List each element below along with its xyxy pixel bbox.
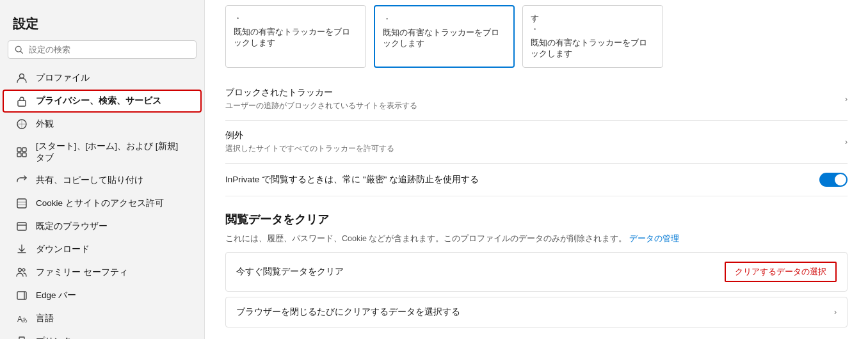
- printer-icon: [15, 335, 28, 339]
- browser-close-chevron-icon: ›: [834, 308, 837, 317]
- clear-data-button[interactable]: クリアするデータの選択: [725, 262, 837, 282]
- sidebar-item-browser[interactable]: 既定のブラウザー: [3, 215, 202, 238]
- sidebar-item-printer[interactable]: プリンター: [3, 330, 202, 339]
- sidebar-item-cookie[interactable]: Cookie とサイトのアクセス許可: [3, 192, 202, 215]
- svg-text:あ: あ: [22, 317, 28, 323]
- svg-point-15: [22, 269, 25, 271]
- svg-rect-12: [17, 223, 26, 230]
- blocked-trackers-row[interactable]: ブロックされたトラッカー ユーザーの追跡がブロックされているサイトを表示する ›: [225, 78, 848, 121]
- sidebar-label-edgebar: Edge バー: [36, 290, 76, 301]
- tracker-card-bullet-0: ・: [234, 13, 358, 24]
- lock-icon: [15, 95, 28, 107]
- blocked-trackers-desc: ユーザーの追跡がブロックされているサイトを表示する: [225, 100, 417, 111]
- exceptions-desc: 選択したサイトですべてのトラッカーを許可する: [225, 143, 394, 154]
- tracker-card-text-2a: す: [531, 13, 655, 24]
- sidebar-label-family: ファミリー セーフティ: [36, 267, 128, 278]
- sidebar-label-browser: 既定のブラウザー: [36, 221, 108, 232]
- svg-line-1: [20, 51, 22, 53]
- exceptions-content: 例外 選択したサイトですべてのトラッカーを許可する: [225, 130, 394, 154]
- sidebar: 設定 プロファイル プライバシー、検索、サービス 外観 [スタート]、[ホーム]…: [0, 0, 205, 339]
- exceptions-row[interactable]: 例外 選択したサイトですべてのトラッカーを許可する ›: [225, 121, 848, 164]
- tracker-cards: ・ 既知の有害なトラッカーをブロックします ・ 既知の有害なトラッカーをブロック…: [225, 0, 848, 68]
- clear-section-heading: 閲覧データをクリア: [225, 212, 848, 227]
- clear-section-desc: これには、履歴、パスワード、Cookie などが含まれます。このプロファイルのデ…: [225, 233, 848, 244]
- tracker-card-text-1: 既知の有害なトラッカーをブロックします: [383, 28, 506, 49]
- sidebar-item-edgebar[interactable]: Edge バー: [3, 284, 202, 307]
- sidebar-item-download[interactable]: ダウンロード: [3, 238, 202, 261]
- tracker-card-text-0: 既知の有害なトラッカーをブロックします: [234, 27, 358, 49]
- tracker-card-bullet-2: ・: [531, 24, 655, 35]
- svg-rect-8: [22, 153, 26, 157]
- cookie-icon: [15, 197, 28, 210]
- sidebar-label-language: 言語: [36, 313, 54, 324]
- sidebar-label-profile: プロファイル: [36, 72, 90, 84]
- clear-section-manage-link[interactable]: データの管理: [629, 234, 679, 243]
- blocked-trackers-content: ブロックされたトラッカー ユーザーの追跡がブロックされているサイトを表示する: [225, 87, 417, 111]
- blocked-trackers-title: ブロックされたトラッカー: [225, 87, 417, 99]
- search-box[interactable]: [8, 40, 197, 59]
- language-icon: Aあ: [15, 312, 28, 325]
- edgebar-icon: [15, 289, 28, 302]
- share-icon: [15, 174, 28, 187]
- svg-rect-6: [22, 148, 26, 152]
- inprivate-label: InPrivate で閲覧するときは、常に "厳密" な追跡防止を使用する: [225, 174, 479, 185]
- svg-point-14: [19, 269, 22, 272]
- tracker-card-bullet-1: ・: [383, 14, 506, 25]
- download-icon: [15, 243, 28, 256]
- svg-rect-5: [17, 148, 21, 152]
- sidebar-label-printer: プリンター: [36, 336, 81, 339]
- browser-close-label: ブラウザーを閉じるたびにクリアするデータを選択する: [236, 306, 460, 318]
- profile-icon: [15, 72, 28, 84]
- browser-icon: [15, 220, 28, 233]
- svg-rect-7: [17, 153, 21, 157]
- search-icon: [15, 45, 24, 54]
- inprivate-toggle[interactable]: [819, 173, 848, 187]
- sidebar-label-cookie: Cookie とサイトのアクセス許可: [36, 198, 164, 209]
- tracker-card-2[interactable]: す ・ 既知の有害なトラッカーをブロックします: [522, 5, 663, 68]
- svg-rect-3: [18, 100, 26, 106]
- sidebar-label-start: [スタート]、[ホーム]、および [新規] タブ: [36, 141, 189, 164]
- appearance-icon: [15, 118, 28, 130]
- sidebar-label-download: ダウンロード: [36, 244, 90, 255]
- sidebar-item-privacy[interactable]: プライバシー、検索、サービス: [3, 90, 202, 113]
- sidebar-title: 設定: [0, 10, 204, 40]
- blocked-trackers-chevron-icon: ›: [845, 95, 848, 104]
- family-icon: [15, 266, 28, 279]
- clear-now-row: 今すぐ閲覧データをクリア クリアするデータの選択: [225, 252, 848, 292]
- clear-now-label: 今すぐ閲覧データをクリア: [236, 266, 344, 278]
- tracker-card-text-2b: 既知の有害なトラッカーをブロックします: [531, 38, 655, 59]
- browser-close-row[interactable]: ブラウザーを閉じるたびにクリアするデータを選択する ›: [225, 297, 848, 327]
- sidebar-label-share: 共有、コピーして貼り付け: [36, 175, 143, 186]
- sidebar-item-language[interactable]: Aあ 言語: [3, 307, 202, 330]
- sidebar-item-start[interactable]: [スタート]、[ホーム]、および [新規] タブ: [3, 136, 202, 169]
- sidebar-label-appearance: 外観: [36, 118, 54, 130]
- svg-rect-9: [17, 199, 26, 208]
- exceptions-chevron-icon: ›: [845, 138, 848, 146]
- inprivate-row: InPrivate で閲覧するときは、常に "厳密" な追跡防止を使用する: [225, 164, 848, 196]
- exceptions-title: 例外: [225, 130, 394, 141]
- sidebar-label-privacy: プライバシー、検索、サービス: [36, 95, 161, 107]
- sidebar-item-family[interactable]: ファミリー セーフティ: [3, 261, 202, 284]
- clear-section-desc-text: これには、履歴、パスワード、Cookie などが含まれます。このプロファイルのデ…: [225, 234, 627, 243]
- search-input[interactable]: [29, 45, 189, 54]
- inprivate-content: InPrivate で閲覧するときは、常に "厳密" な追跡防止を使用する: [225, 174, 479, 185]
- main-content: ・ 既知の有害なトラッカーをブロックします ・ 既知の有害なトラッカーをブロック…: [205, 0, 868, 339]
- svg-rect-16: [17, 292, 26, 299]
- tracker-card-0[interactable]: ・ 既知の有害なトラッカーをブロックします: [225, 5, 366, 68]
- start-icon: [15, 146, 28, 159]
- sidebar-item-share[interactable]: 共有、コピーして貼り付け: [3, 169, 202, 192]
- sidebar-item-appearance[interactable]: 外観: [3, 113, 202, 136]
- sidebar-item-profile[interactable]: プロファイル: [3, 67, 202, 90]
- tracker-card-1[interactable]: ・ 既知の有害なトラッカーをブロックします: [374, 5, 515, 68]
